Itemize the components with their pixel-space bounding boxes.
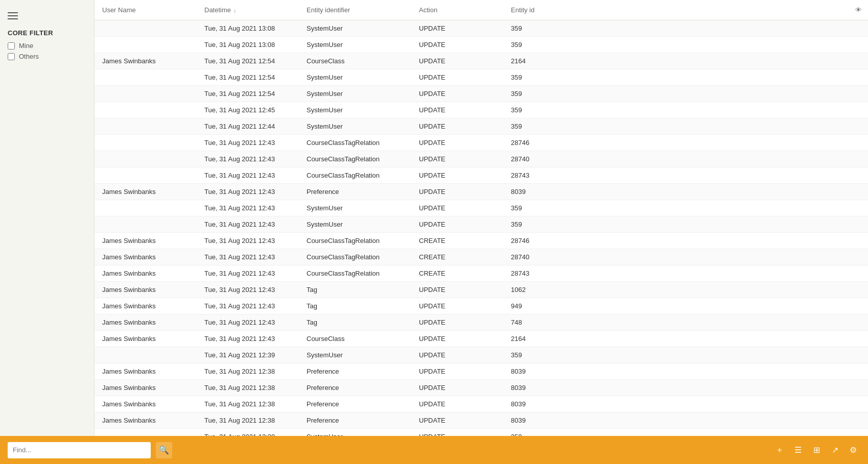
col-datetime[interactable]: Datetime ↓	[197, 6, 299, 14]
table-row[interactable]: Tue, 31 Aug 2021 12:54 SystemUser UPDATE…	[95, 86, 868, 102]
cell-user-name	[95, 429, 197, 436]
table-row[interactable]: Tue, 31 Aug 2021 13:08 SystemUser UPDATE…	[95, 37, 868, 53]
cell-datetime: Tue, 31 Aug 2021 12:54	[197, 86, 299, 102]
col-entity-id-label: Entity id	[511, 6, 534, 14]
cell-entity-id: 359	[503, 20, 868, 36]
core-filter-title: CORE FILTER	[8, 29, 86, 37]
table-row[interactable]: James Swinbanks Tue, 31 Aug 2021 12:54 C…	[95, 53, 868, 69]
footer-bar: 🔍 + ☰ ⊞ ↗ ⚙	[0, 436, 868, 464]
table-row[interactable]: James Swinbanks Tue, 31 Aug 2021 12:38 P…	[95, 412, 868, 429]
cell-entity-id: 359	[503, 429, 868, 436]
cell-datetime: Tue, 31 Aug 2021 12:43	[197, 314, 299, 330]
cell-user-name	[95, 69, 197, 85]
cell-entity-identifier: SystemUser	[299, 347, 411, 363]
cell-entity-id: 28743	[503, 167, 868, 183]
cell-user-name	[95, 135, 197, 151]
menu-button[interactable]	[0, 5, 94, 29]
col-user-name[interactable]: User Name	[95, 6, 197, 14]
table-row[interactable]: Tue, 31 Aug 2021 12:43 SystemUser UPDATE…	[95, 216, 868, 233]
table-row[interactable]: James Swinbanks Tue, 31 Aug 2021 12:38 P…	[95, 396, 868, 412]
cell-datetime: Tue, 31 Aug 2021 12:43	[197, 135, 299, 151]
cell-entity-id: 8039	[503, 380, 868, 396]
cell-user-name: James Swinbanks	[95, 298, 197, 314]
cell-action: UPDATE	[411, 167, 503, 183]
cell-user-name: James Swinbanks	[95, 331, 197, 347]
cell-datetime: Tue, 31 Aug 2021 12:54	[197, 69, 299, 85]
cell-entity-id: 2164	[503, 331, 868, 347]
cell-user-name	[95, 20, 197, 36]
cell-action: CREATE	[411, 265, 503, 281]
table-row[interactable]: Tue, 31 Aug 2021 12:44 SystemUser UPDATE…	[95, 118, 868, 135]
search-submit-button[interactable]: 🔍	[156, 442, 172, 458]
table-row[interactable]: Tue, 31 Aug 2021 12:38 SystemUser UPDATE…	[95, 429, 868, 436]
table-row[interactable]: Tue, 31 Aug 2021 12:39 SystemUser UPDATE…	[95, 347, 868, 363]
table-row[interactable]: James Swinbanks Tue, 31 Aug 2021 12:38 P…	[95, 363, 868, 380]
col-action[interactable]: Action	[411, 6, 503, 14]
table-row[interactable]: James Swinbanks Tue, 31 Aug 2021 12:38 P…	[95, 380, 868, 396]
table-row[interactable]: James Swinbanks Tue, 31 Aug 2021 12:43 P…	[95, 184, 868, 200]
cell-datetime: Tue, 31 Aug 2021 12:39	[197, 347, 299, 363]
cell-datetime: Tue, 31 Aug 2021 12:43	[197, 298, 299, 314]
table-row[interactable]: Tue, 31 Aug 2021 12:54 SystemUser UPDATE…	[95, 69, 868, 86]
table-row[interactable]: James Swinbanks Tue, 31 Aug 2021 12:43 C…	[95, 331, 868, 347]
cell-datetime: Tue, 31 Aug 2021 12:38	[197, 380, 299, 396]
cell-entity-identifier: Preference	[299, 184, 411, 200]
cell-user-name	[95, 102, 197, 118]
grid-view-button[interactable]: ⊞	[809, 443, 824, 457]
cell-entity-id: 359	[503, 86, 868, 102]
cell-entity-identifier: SystemUser	[299, 118, 411, 134]
cell-datetime: Tue, 31 Aug 2021 12:43	[197, 265, 299, 281]
filter-others-label[interactable]: Others	[19, 53, 39, 60]
cell-entity-id: 28743	[503, 265, 868, 281]
table-body: Tue, 31 Aug 2021 13:08 SystemUser UPDATE…	[95, 20, 868, 436]
cell-entity-id: 949	[503, 298, 868, 314]
table-row[interactable]: James Swinbanks Tue, 31 Aug 2021 12:43 C…	[95, 233, 868, 249]
cell-datetime: Tue, 31 Aug 2021 12:43	[197, 151, 299, 167]
table-row[interactable]: Tue, 31 Aug 2021 13:08 SystemUser UPDATE…	[95, 20, 868, 37]
filter-others-checkbox[interactable]	[8, 53, 15, 60]
table-row[interactable]: James Swinbanks Tue, 31 Aug 2021 12:43 T…	[95, 282, 868, 298]
table-row[interactable]: James Swinbanks Tue, 31 Aug 2021 12:43 C…	[95, 249, 868, 265]
table-row[interactable]: Tue, 31 Aug 2021 12:45 SystemUser UPDATE…	[95, 102, 868, 118]
cell-entity-identifier: CourseClass	[299, 331, 411, 347]
sort-arrow-icon: ↓	[233, 7, 237, 13]
cell-action: UPDATE	[411, 412, 503, 428]
cell-user-name	[95, 86, 197, 102]
table-row[interactable]: Tue, 31 Aug 2021 12:43 SystemUser UPDATE…	[95, 200, 868, 216]
cell-entity-id: 8039	[503, 396, 868, 412]
table-row[interactable]: James Swinbanks Tue, 31 Aug 2021 12:43 C…	[95, 265, 868, 282]
cell-entity-identifier: Preference	[299, 412, 411, 428]
cell-datetime: Tue, 31 Aug 2021 12:43	[197, 167, 299, 183]
sidebar: CORE FILTER Mine Others	[0, 0, 95, 436]
table-row[interactable]: James Swinbanks Tue, 31 Aug 2021 12:43 T…	[95, 314, 868, 331]
table-row[interactable]: Tue, 31 Aug 2021 12:43 CourseClassTagRel…	[95, 167, 868, 184]
col-entity-id[interactable]: Entity id	[503, 6, 848, 14]
table-row[interactable]: Tue, 31 Aug 2021 12:43 CourseClassTagRel…	[95, 135, 868, 151]
share-button[interactable]: ↗	[828, 443, 842, 457]
cell-user-name: James Swinbanks	[95, 396, 197, 412]
cell-datetime: Tue, 31 Aug 2021 13:08	[197, 37, 299, 53]
cell-user-name	[95, 118, 197, 134]
cell-user-name: James Swinbanks	[95, 412, 197, 428]
cell-action: UPDATE	[411, 53, 503, 69]
cell-action: UPDATE	[411, 86, 503, 102]
eye-icon: 👁	[855, 6, 862, 14]
add-button[interactable]: +	[772, 443, 787, 457]
list-view-button[interactable]: ☰	[791, 443, 805, 457]
search-input[interactable]	[8, 442, 151, 458]
cell-entity-id: 359	[503, 200, 868, 216]
filter-mine-checkbox[interactable]	[8, 42, 15, 50]
table-row[interactable]: Tue, 31 Aug 2021 12:43 CourseClassTagRel…	[95, 151, 868, 167]
cell-entity-id: 8039	[503, 184, 868, 200]
settings-button[interactable]: ⚙	[846, 443, 860, 457]
cell-datetime: Tue, 31 Aug 2021 12:43	[197, 249, 299, 265]
col-entity-identifier[interactable]: Entity identifier	[299, 6, 411, 14]
cell-user-name	[95, 151, 197, 167]
col-user-name-label: User Name	[102, 6, 136, 14]
cell-user-name: James Swinbanks	[95, 314, 197, 330]
filter-mine-label[interactable]: Mine	[19, 42, 33, 50]
filter-mine: Mine	[8, 42, 86, 50]
cell-entity-id: 359	[503, 37, 868, 53]
table-row[interactable]: James Swinbanks Tue, 31 Aug 2021 12:43 T…	[95, 298, 868, 314]
col-visibility[interactable]: 👁	[848, 6, 868, 14]
